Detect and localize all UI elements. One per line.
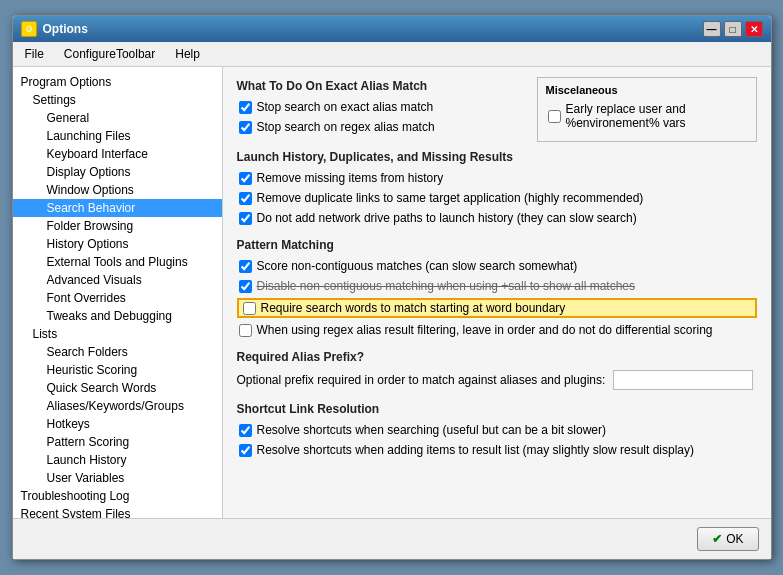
sidebar-item-heuristic-scoring[interactable]: Heuristic Scoring: [13, 361, 222, 379]
sidebar-item-troubleshooting-log[interactable]: Troubleshooting Log: [13, 487, 222, 505]
top-row: What To Do On Exact Alias Match Stop sea…: [237, 79, 757, 142]
sidebar-item-font-overrides[interactable]: Font Overrides: [13, 289, 222, 307]
ok-button[interactable]: ✔ OK: [697, 527, 758, 551]
cb6-row: Score non-contiguous matches (can slow s…: [237, 258, 757, 274]
minimize-button[interactable]: —: [703, 21, 721, 37]
pattern-matching-section: Pattern Matching Score non-contiguous ma…: [237, 238, 757, 338]
sidebar-item-window-options[interactable]: Window Options: [13, 181, 222, 199]
cb10-row: Resolve shortcuts when searching (useful…: [237, 422, 757, 438]
sidebar-item-program-options[interactable]: Program Options: [13, 73, 222, 91]
cb-misc1-checkbox[interactable]: [548, 110, 561, 123]
sidebar: Program Options Settings General Launchi…: [13, 67, 223, 518]
title-bar: ⚙ Options — □ ✕: [13, 16, 771, 42]
sidebar-item-user-variables[interactable]: User Variables: [13, 469, 222, 487]
sidebar-item-folder-browsing[interactable]: Folder Browsing: [13, 217, 222, 235]
cb1-label: Stop search on exact alias match: [257, 100, 434, 114]
cb5-label: Do not add network drive paths to launch…: [257, 211, 637, 225]
cb5-row: Do not add network drive paths to launch…: [237, 210, 757, 226]
close-button[interactable]: ✕: [745, 21, 763, 37]
sidebar-item-aliases-keywords[interactable]: Aliases/Keywords/Groups: [13, 397, 222, 415]
sidebar-item-advanced-visuals[interactable]: Advanced Visuals: [13, 271, 222, 289]
miscelaneous-box: Miscelaneous Early replace user and %env…: [537, 77, 757, 142]
cb4-checkbox[interactable]: [239, 192, 252, 205]
cb7-label: Disable non-contiguous matching when usi…: [257, 279, 636, 293]
sidebar-item-external-tools[interactable]: External Tools and Plugins: [13, 253, 222, 271]
cb9-checkbox[interactable]: [239, 324, 252, 337]
sidebar-item-general[interactable]: General: [13, 109, 222, 127]
cb3-row: Remove missing items from history: [237, 170, 757, 186]
content-area: What To Do On Exact Alias Match Stop sea…: [223, 67, 771, 518]
cb3-label: Remove missing items from history: [257, 171, 444, 185]
cb2-label: Stop search on regex alias match: [257, 120, 435, 134]
cb3-checkbox[interactable]: [239, 172, 252, 185]
options-window: ⚙ Options — □ ✕ File ConfigureToolbar He…: [12, 15, 772, 560]
alias-prefix-title: Required Alias Prefix?: [237, 350, 757, 364]
sidebar-item-display-options[interactable]: Display Options: [13, 163, 222, 181]
menu-bar: File ConfigureToolbar Help: [13, 42, 771, 67]
sidebar-item-search-folders[interactable]: Search Folders: [13, 343, 222, 361]
miscelaneous-title: Miscelaneous: [546, 84, 748, 96]
maximize-button[interactable]: □: [724, 21, 742, 37]
menu-help[interactable]: Help: [171, 45, 204, 63]
shortcut-resolution-section: Shortcut Link Resolution Resolve shortcu…: [237, 402, 757, 458]
cb8-label: Require search words to match starting a…: [261, 301, 566, 315]
cb11-label: Resolve shortcuts when adding items to r…: [257, 443, 695, 457]
sidebar-item-launch-history[interactable]: Launch History: [13, 451, 222, 469]
cb9-row: When using regex alias result filtering,…: [237, 322, 757, 338]
sidebar-item-launching-files[interactable]: Launching Files: [13, 127, 222, 145]
cb-misc1-label: Early replace user and %environement% va…: [566, 102, 746, 130]
cb10-checkbox[interactable]: [239, 424, 252, 437]
ok-icon: ✔: [712, 532, 722, 546]
cb2-checkbox[interactable]: [239, 121, 252, 134]
cb1-row: Stop search on exact alias match: [237, 99, 527, 115]
cb10-label: Resolve shortcuts when searching (useful…: [257, 423, 607, 437]
cb6-checkbox[interactable]: [239, 260, 252, 273]
cb8-checkbox[interactable]: [243, 302, 256, 315]
alias-prefix-description: Optional prefix required in order to mat…: [237, 373, 606, 387]
pattern-matching-title: Pattern Matching: [237, 238, 757, 252]
sidebar-item-history-options[interactable]: History Options: [13, 235, 222, 253]
sidebar-item-search-behavior[interactable]: Search Behavior: [13, 199, 222, 217]
cb11-checkbox[interactable]: [239, 444, 252, 457]
title-bar-controls: — □ ✕: [703, 21, 763, 37]
alias-prefix-section: Required Alias Prefix? Optional prefix r…: [237, 350, 757, 390]
shortcut-resolution-title: Shortcut Link Resolution: [237, 402, 757, 416]
cb11-row: Resolve shortcuts when adding items to r…: [237, 442, 757, 458]
sidebar-item-settings[interactable]: Settings: [13, 91, 222, 109]
cb5-checkbox[interactable]: [239, 212, 252, 225]
cb2-row: Stop search on regex alias match: [237, 119, 527, 135]
cb4-row: Remove duplicate links to same target ap…: [237, 190, 757, 206]
menu-file[interactable]: File: [21, 45, 48, 63]
cb-misc1-row: Early replace user and %environement% va…: [546, 101, 748, 131]
sidebar-item-hotkeys[interactable]: Hotkeys: [13, 415, 222, 433]
sidebar-item-lists[interactable]: Lists: [13, 325, 222, 343]
cb6-label: Score non-contiguous matches (can slow s…: [257, 259, 578, 273]
footer: ✔ OK: [13, 518, 771, 559]
main-content: Program Options Settings General Launchi…: [13, 67, 771, 518]
launch-history-section: Launch History, Duplicates, and Missing …: [237, 150, 757, 226]
window-icon: ⚙: [21, 21, 37, 37]
cb8-row: Require search words to match starting a…: [237, 298, 757, 318]
exact-alias-title: What To Do On Exact Alias Match: [237, 79, 527, 93]
cb1-checkbox[interactable]: [239, 101, 252, 114]
launch-history-title: Launch History, Duplicates, and Missing …: [237, 150, 757, 164]
window-title: Options: [43, 22, 88, 36]
sidebar-item-quick-search-words[interactable]: Quick Search Words: [13, 379, 222, 397]
sidebar-item-tweaks-debugging[interactable]: Tweaks and Debugging: [13, 307, 222, 325]
cb7-checkbox[interactable]: [239, 280, 252, 293]
cb4-label: Remove duplicate links to same target ap…: [257, 191, 644, 205]
sidebar-item-recent-system-files[interactable]: Recent System Files: [13, 505, 222, 518]
cb7-row: Disable non-contiguous matching when usi…: [237, 278, 757, 294]
menu-configure-toolbar[interactable]: ConfigureToolbar: [60, 45, 159, 63]
cb9-label: When using regex alias result filtering,…: [257, 323, 713, 337]
alias-prefix-input[interactable]: [613, 370, 753, 390]
sidebar-item-pattern-scoring[interactable]: Pattern Scoring: [13, 433, 222, 451]
title-bar-left: ⚙ Options: [21, 21, 88, 37]
exact-alias-section: What To Do On Exact Alias Match Stop sea…: [237, 79, 527, 142]
ok-label: OK: [726, 532, 743, 546]
alias-prefix-row: Optional prefix required in order to mat…: [237, 370, 757, 390]
sidebar-item-keyboard-interface[interactable]: Keyboard Interface: [13, 145, 222, 163]
